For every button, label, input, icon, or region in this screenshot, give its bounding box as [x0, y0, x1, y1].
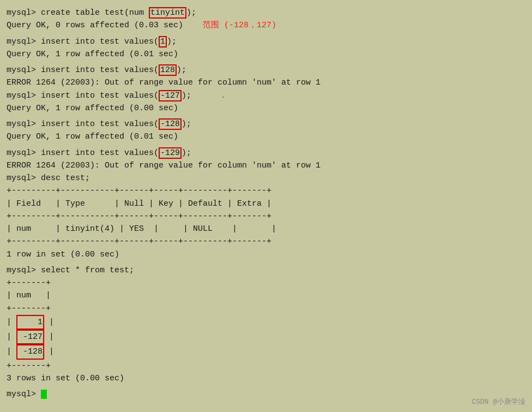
insert-127-ok-line: Query OK, 1 row affected (0.00 sec) — [7, 102, 525, 115]
insert128-cmd-line: mysql> insert into test values(128); — [7, 64, 525, 76]
select-sep3: +-------+ — [7, 360, 525, 372]
create-ok-line: Query OK, 0 rows affected (0.03 sec) 范围 … — [7, 19, 525, 32]
desc-count: 1 row in set (0.00 sec) — [7, 248, 525, 261]
select-header: | num | — [7, 289, 525, 302]
desc-sep3: +---------+-----------+------+-----+----… — [7, 235, 525, 248]
range-annotation: 范围 (-128，127) — [203, 21, 276, 30]
final-prompt-line: mysql> — [7, 388, 525, 401]
tinyint-highlight: tinyint — [149, 7, 186, 19]
insert-129-err-line: ERROR 1264 (22003): Out of range value f… — [7, 159, 525, 172]
terminal: mysql> create table test(num tinyint); Q… — [7, 4, 525, 403]
cursor — [41, 390, 47, 399]
watermark: CSDN @小唐学淦 — [471, 397, 525, 407]
select-sep2: +-------+ — [7, 302, 525, 315]
val-129-highlight: -129 — [159, 147, 182, 159]
desc-row: | num | tinyint(4) | YES | | NULL | | — [7, 223, 525, 235]
val1-highlight: 1 — [159, 36, 167, 47]
select-row1: | 1 | — [7, 315, 525, 330]
select-row2: | -127 | — [7, 330, 525, 344]
val-128-highlight: -128 — [159, 118, 182, 130]
desc-cmd-line: mysql> desc test; — [7, 172, 525, 184]
insert-127-cmd-line: mysql> insert into test values(-127); . — [7, 89, 525, 102]
insert128-err-line: ERROR 1264 (22003): Out of range value f… — [7, 76, 525, 89]
create-cmd-line: mysql> create table test(num tinyint); — [7, 7, 525, 19]
desc-sep1: +---------+-----------+------+-----+----… — [7, 184, 525, 197]
val128-highlight: 128 — [159, 64, 177, 76]
select-row3: | -128 | — [7, 344, 525, 359]
select-val3-highlight: -128 — [16, 344, 44, 359]
insert1-ok-line: Query OK, 1 row affected (0.01 sec) — [7, 48, 525, 61]
desc-header: | Field | Type | Null | Key | Default | … — [7, 198, 525, 210]
insert-129-cmd-line: mysql> insert into test values(-129); — [7, 147, 525, 159]
insert-128-ok-line: Query OK, 1 row affected (0.01 sec) — [7, 130, 525, 143]
select-val2-highlight: -127 — [16, 330, 44, 344]
select-val1-highlight: 1 — [16, 315, 44, 330]
select-sep1: +-------+ — [7, 277, 525, 289]
select-count: 3 rows in set (0.00 sec) — [7, 372, 525, 385]
insert-128-cmd-line: mysql> insert into test values(-128); — [7, 118, 525, 130]
select-cmd-line: mysql> select * from test; — [7, 264, 525, 277]
insert1-cmd-line: mysql> insert into test values(1); — [7, 35, 525, 48]
desc-sep2: +---------+-----------+------+-----+----… — [7, 210, 525, 223]
val-127-highlight: -127 — [159, 90, 182, 101]
